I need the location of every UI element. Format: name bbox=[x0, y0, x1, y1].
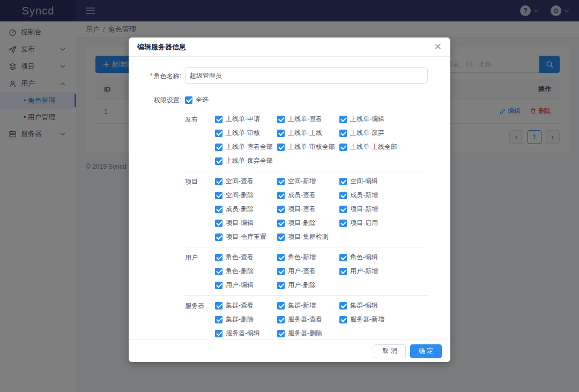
permission-checkbox[interactable]: 服务器-编辑 bbox=[215, 329, 277, 338]
checkbox-label: 角色-新增 bbox=[288, 253, 316, 262]
checkbox-icon[interactable] bbox=[339, 144, 347, 151]
permission-checkbox[interactable]: 上线单-编辑 bbox=[339, 115, 402, 124]
permission-checkbox[interactable]: 上线单-申请 bbox=[215, 115, 277, 124]
permission-group-label: 用户 bbox=[185, 253, 215, 290]
close-icon[interactable]: ✕ bbox=[434, 42, 442, 51]
permission-checkbox[interactable]: 角色-编辑 bbox=[339, 253, 402, 262]
permission-checkbox[interactable]: 空间-查看 bbox=[215, 177, 277, 186]
checkbox-icon[interactable] bbox=[215, 220, 222, 227]
permission-checkbox[interactable]: 集群-编辑 bbox=[339, 301, 402, 310]
checkbox-icon[interactable] bbox=[215, 233, 222, 241]
checkbox-icon[interactable] bbox=[215, 157, 222, 165]
checkbox-icon[interactable] bbox=[215, 268, 222, 275]
checkbox-icon[interactable] bbox=[277, 220, 285, 227]
checkbox-icon[interactable] bbox=[339, 192, 347, 199]
permission-checkbox[interactable]: 用户-查看 bbox=[277, 267, 339, 276]
checkbox-icon[interactable] bbox=[215, 302, 222, 310]
ok-button[interactable]: 确 定 bbox=[410, 344, 442, 358]
checkbox-label: 用户-新增 bbox=[350, 267, 378, 276]
permission-checkbox[interactable]: 服务器-删除 bbox=[277, 329, 339, 338]
permission-checkbox[interactable]: 项目-仓库重置 bbox=[215, 232, 277, 242]
checkbox-icon[interactable] bbox=[339, 254, 347, 261]
select-all-checkbox[interactable]: 全选 bbox=[185, 95, 428, 104]
permission-checkbox[interactable]: 角色-删除 bbox=[215, 267, 277, 276]
permission-checkbox[interactable]: 集群-删除 bbox=[215, 315, 277, 324]
checkbox-icon[interactable] bbox=[215, 330, 222, 337]
checkbox-label: 用户-删除 bbox=[288, 281, 316, 290]
checkbox-icon[interactable] bbox=[215, 144, 222, 151]
permission-checkbox[interactable]: 上线单-废弃全部 bbox=[215, 156, 277, 165]
checkbox-icon[interactable] bbox=[339, 206, 347, 213]
permission-checkbox[interactable]: 集群-新增 bbox=[277, 301, 339, 310]
permission-checkbox[interactable]: 项目-删除 bbox=[277, 218, 339, 228]
checkbox-icon[interactable] bbox=[277, 144, 285, 151]
permission-checkbox[interactable]: 项目-集群检测 bbox=[277, 232, 339, 242]
checkbox-icon[interactable] bbox=[277, 116, 285, 123]
checkbox-icon[interactable] bbox=[339, 116, 347, 123]
permission-checkbox[interactable]: 用户-删除 bbox=[277, 281, 339, 290]
checkbox-label: 集群-编辑 bbox=[350, 301, 378, 310]
permission-checkbox[interactable]: 上线单-上线 bbox=[277, 129, 339, 138]
permission-checkbox[interactable]: 空间-删除 bbox=[215, 191, 277, 200]
checkbox-icon[interactable] bbox=[277, 254, 285, 261]
permission-checkbox[interactable]: 成员-删除 bbox=[215, 205, 277, 214]
permission-checkbox[interactable]: 空间-新增 bbox=[277, 177, 339, 186]
permission-checkbox[interactable]: 上线单-查看 bbox=[277, 115, 339, 124]
select-all-label: 全选 bbox=[196, 95, 209, 104]
checkbox-icon[interactable] bbox=[277, 302, 285, 310]
role-name-input[interactable] bbox=[185, 67, 428, 84]
permission-checkbox[interactable]: 上线单-废弃 bbox=[339, 129, 402, 138]
checkbox-icon[interactable] bbox=[277, 330, 285, 337]
permission-checkbox[interactable]: 服务器-查看 bbox=[277, 315, 339, 324]
checkbox-icon[interactable] bbox=[277, 130, 285, 137]
permission-checkbox[interactable]: 用户-编辑 bbox=[215, 281, 277, 290]
permission-checkbox[interactable]: 角色-查看 bbox=[215, 253, 277, 262]
permission-checkbox[interactable]: 服务器-新增 bbox=[339, 315, 402, 324]
checkbox-icon[interactable] bbox=[215, 316, 222, 323]
checkbox-label: 集群-新增 bbox=[288, 301, 316, 310]
checkbox-icon[interactable] bbox=[215, 282, 222, 289]
checkbox-label: 集群-查看 bbox=[226, 301, 254, 310]
checkbox-label: 空间-查看 bbox=[226, 177, 254, 186]
permission-checkbox[interactable]: 上线单-审核全部 bbox=[277, 142, 339, 152]
permission-checkbox[interactable]: 上线单-查看全部 bbox=[215, 142, 277, 152]
permission-checkbox[interactable]: 集群-查看 bbox=[215, 301, 277, 310]
checkbox-icon[interactable] bbox=[185, 96, 192, 104]
checkbox-icon[interactable] bbox=[215, 130, 222, 137]
permission-checkbox[interactable]: 项目-编辑 bbox=[215, 218, 277, 228]
permission-checkbox[interactable]: 上线单-上线全部 bbox=[339, 142, 402, 152]
permission-checkbox[interactable]: 成员-查看 bbox=[277, 191, 339, 200]
checkbox-label: 空间-新增 bbox=[288, 177, 316, 186]
checkbox-icon[interactable] bbox=[277, 206, 285, 213]
permission-checkbox[interactable]: 上线单-审核 bbox=[215, 129, 277, 138]
checkbox-icon[interactable] bbox=[339, 220, 347, 227]
checkbox-icon[interactable] bbox=[215, 206, 222, 213]
checkbox-icon[interactable] bbox=[339, 268, 347, 275]
checkbox-icon[interactable] bbox=[277, 178, 285, 185]
cancel-button[interactable]: 取 消 bbox=[374, 344, 405, 358]
checkbox-icon[interactable] bbox=[215, 178, 222, 185]
permission-checkbox[interactable]: 角色-新增 bbox=[277, 253, 339, 262]
checkbox-icon[interactable] bbox=[277, 282, 285, 289]
permission-checkbox[interactable]: 空间-编辑 bbox=[339, 177, 402, 186]
permission-checkbox[interactable]: 项目-启用 bbox=[339, 218, 402, 228]
permission-checkbox[interactable]: 项目-查看 bbox=[277, 205, 339, 214]
checkbox-icon[interactable] bbox=[215, 254, 222, 261]
checkbox-icon[interactable] bbox=[339, 302, 347, 310]
checkbox-icon[interactable] bbox=[277, 192, 285, 199]
permission-checkbox[interactable]: 成员-新增 bbox=[339, 191, 402, 200]
permission-checkbox[interactable]: 用户-新增 bbox=[339, 267, 402, 276]
checkbox-label: 上线单-审核全部 bbox=[288, 142, 335, 152]
checkbox-icon[interactable] bbox=[339, 316, 347, 323]
checkbox-icon[interactable] bbox=[339, 178, 347, 185]
checkbox-icon[interactable] bbox=[339, 130, 347, 137]
checkbox-icon[interactable] bbox=[215, 116, 222, 123]
checkbox-icon[interactable] bbox=[277, 316, 285, 323]
checkbox-label: 用户-编辑 bbox=[226, 281, 254, 290]
checkbox-icon[interactable] bbox=[277, 268, 285, 275]
permission-checkbox[interactable]: 项目-新增 bbox=[339, 205, 402, 214]
checkbox-icon[interactable] bbox=[277, 233, 285, 241]
checkbox-icon[interactable] bbox=[215, 192, 222, 199]
checkbox-label: 项目-新增 bbox=[350, 205, 378, 214]
checkbox-label: 上线单-上线全部 bbox=[350, 142, 397, 152]
